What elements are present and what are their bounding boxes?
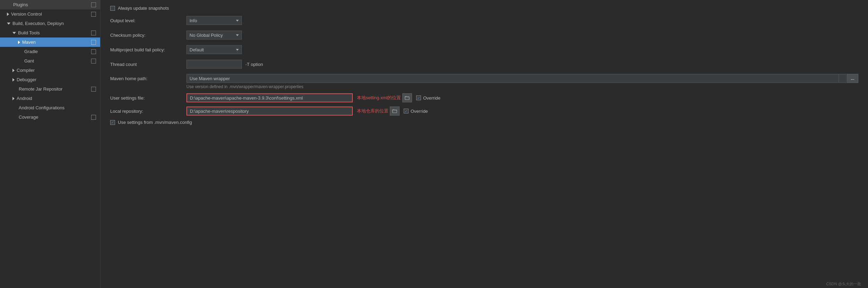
svg-rect-0 [405,97,409,100]
multiproject-build-fail-policy-row: Multiproject build fail policy: Default [110,45,858,54]
folder-icon [91,115,96,120]
sidebar-item-gant[interactable]: Gant [0,56,100,66]
sidebar-item-label: Debugger [17,77,36,82]
thread-count-label: Thread count [110,62,186,67]
thread-count-control: -T option [186,60,858,69]
maven-home-path-label: Maven home path: [110,76,186,81]
t-option-label: -T option [245,62,263,67]
sidebar-item-android-configurations[interactable]: Android Configurations [0,103,100,112]
folder-icon [91,31,96,35]
always-update-snapshots-row: Always update snapshots [110,6,858,11]
maven-home-path-input[interactable] [186,74,839,83]
chevron-right-icon [12,78,15,82]
sidebar-item-label: Gant [24,58,34,63]
folder-icon [91,49,96,54]
sidebar-item-build-tools[interactable]: Build Tools [0,28,100,37]
sidebar-item-label: Android Configurations [19,105,64,110]
folder-icon [91,12,96,17]
sidebar-item-gradle[interactable]: Gradle [0,47,100,56]
user-settings-file-label: User settings file: [110,95,186,101]
output-level-row: Output level: Info [110,16,858,25]
watermark-text: CSDN @头大的一批 [826,282,861,286]
chevron-right-icon [18,41,20,44]
dropdown-arrow-icon [236,20,239,22]
maven-home-path-browse-btn[interactable]: ... [847,74,858,83]
watermark: CSDN @头大的一批 [819,280,868,288]
checksum-policy-dropdown[interactable]: No Global Policy [186,31,242,40]
folder-browse-icon [392,109,397,113]
maven-home-hint: Use version defined in .mvn/wrapper/mave… [186,84,858,89]
local-repository-label: Local repository: [110,109,186,114]
chevron-right-icon [12,69,15,72]
always-update-snapshots-label: Always update snapshots [118,6,169,11]
settings-panel: Always update snapshots Output level: In… [100,0,868,288]
multiproject-build-fail-policy-dropdown[interactable]: Default [186,45,242,54]
sidebar-item-label: Version Control [11,11,42,17]
dropdown-arrow-icon [236,49,239,51]
sidebar-item-remote-jar-repository[interactable]: Remote Jar Repositor [0,84,100,94]
sidebar-item-coverage[interactable]: Coverage [0,112,100,122]
checksum-policy-value: No Global Policy [190,33,223,38]
sidebar-item-label: Build, Execution, Deployn [12,21,64,26]
multiproject-build-fail-policy-label: Multiproject build fail policy: [110,47,186,52]
use-settings-row: Use settings from .mvn/maven.config [110,120,858,125]
sidebar-item-label: Plugins [13,2,28,7]
sidebar-item-label: Compiler [17,68,35,73]
svg-rect-1 [393,110,397,113]
user-settings-override-label: Override [423,95,440,101]
sidebar-item-label: Maven [22,40,36,45]
sidebar-item-version-control[interactable]: Version Control [0,9,100,19]
output-level-label: Output level: [110,18,186,23]
sidebar-item-plugins[interactable]: Plugins [0,0,100,9]
chevron-down-icon [7,23,10,25]
multiproject-build-fail-policy-control: Default [186,45,858,54]
user-settings-file-row: User settings file: 本地setting.xml的位置 Ove… [110,93,858,102]
folder-browse-icon [405,95,410,100]
always-update-snapshots-checkbox[interactable] [110,6,115,11]
sidebar-item-android[interactable]: Android [0,94,100,103]
local-repository-override-label: Override [411,109,428,114]
chevron-down-icon [12,32,16,34]
user-settings-override-group: Override [416,95,440,101]
user-settings-browse-btn[interactable] [402,93,412,102]
user-settings-override-checkbox[interactable] [416,95,421,100]
sidebar-item-label: Gradle [24,49,38,54]
browse-label: ... [851,76,854,81]
sidebar-item-label: Coverage [19,115,38,120]
folder-icon [91,87,96,92]
checksum-policy-label: Checksum policy: [110,33,186,38]
folder-icon [91,59,96,63]
local-repository-annotation: 本地仓库的位置 [357,108,388,114]
local-repository-input[interactable] [186,107,353,116]
folder-icon [91,2,96,7]
chevron-right-icon [12,97,15,100]
maven-home-path-dropdown-btn[interactable] [839,74,847,83]
folder-icon [91,40,96,45]
output-level-value: Info [190,18,197,23]
maven-home-path-row: Maven home path: ... [110,74,858,83]
local-repository-override-checkbox[interactable] [404,109,409,113]
thread-count-input[interactable] [186,60,242,69]
use-settings-label: Use settings from .mvn/maven.config [118,120,192,125]
chevron-right-icon [7,12,9,16]
user-settings-file-input[interactable] [186,93,353,102]
sidebar-item-maven[interactable]: Maven [0,37,100,47]
sidebar-item-build-execution-deploy[interactable]: Build, Execution, Deployn [0,19,100,28]
sidebar-item-label: Android [17,96,32,101]
sidebar-item-label: Remote Jar Repositor [19,86,62,92]
thread-count-row: Thread count -T option [110,59,858,69]
checksum-policy-control: No Global Policy [186,31,858,40]
local-repository-browse-btn[interactable] [390,107,400,116]
sidebar: Plugins Version Control Build, Execution… [0,0,100,288]
sidebar-item-compiler[interactable]: Compiler [0,66,100,75]
local-repository-row: Local repository: 本地仓库的位置 Override [110,107,858,116]
use-settings-checkbox[interactable] [110,120,115,125]
user-settings-annotation: 本地setting.xml的位置 [357,95,401,101]
sidebar-item-debugger[interactable]: Debugger [0,75,100,84]
output-level-dropdown[interactable]: Info [186,16,242,25]
sidebar-item-label: Build Tools [18,30,40,35]
checksum-policy-row: Checksum policy: No Global Policy [110,30,858,40]
multiproject-build-fail-policy-value: Default [190,47,204,52]
output-level-control: Info [186,16,858,25]
dropdown-arrow-icon [236,34,239,36]
